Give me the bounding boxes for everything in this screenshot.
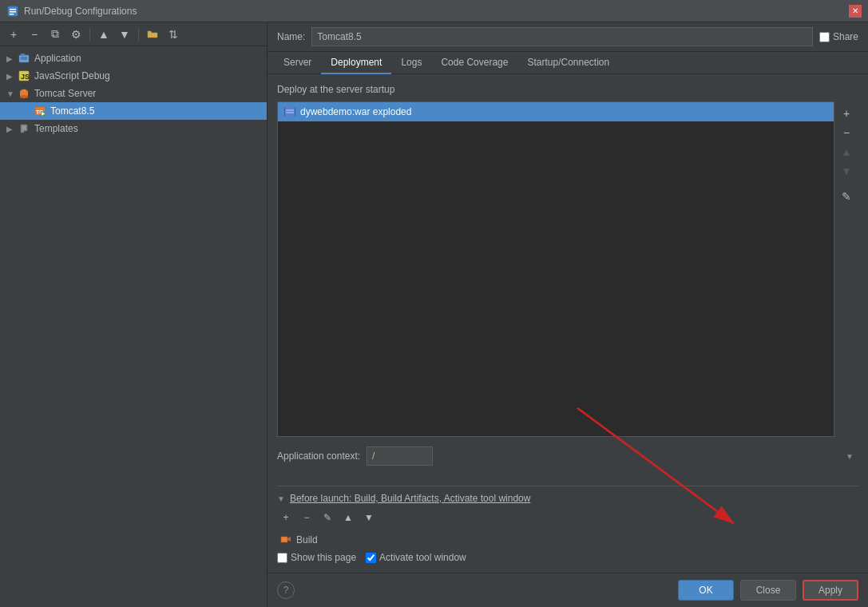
activate-tool-window-checkbox[interactable] (366, 553, 376, 563)
sort-button[interactable]: ⇅ (164, 26, 182, 43)
tree-item-templates[interactable]: ▶ Templates (0, 120, 267, 137)
deploy-up-button[interactable]: ▲ (838, 143, 855, 161)
toolbar-separator-2 (138, 28, 139, 41)
show-this-page-checkbox[interactable] (277, 553, 287, 563)
tab-logs[interactable]: Logs (391, 52, 431, 74)
add-config-button[interactable]: + (5, 26, 22, 43)
move-up-button[interactable]: ▲ (95, 26, 113, 43)
title-bar: Run/Debug Configurations ✕ (0, 0, 868, 22)
tab-startup-connection[interactable]: Startup/Connection (517, 52, 619, 74)
toolbar-separator (89, 28, 90, 41)
close-button[interactable]: ✕ (849, 5, 862, 18)
show-this-page-row: Show this page (277, 552, 356, 563)
tab-server[interactable]: Server (274, 52, 321, 74)
war-icon (284, 107, 295, 117)
bl-add-button[interactable]: + (277, 509, 295, 526)
settings-config-button[interactable]: ⚙ (67, 26, 85, 43)
apply-button[interactable]: Apply (803, 580, 858, 601)
expand-icon-application: ▶ (6, 54, 18, 63)
tab-code-coverage[interactable]: Code Coverage (431, 52, 517, 74)
templates-icon (18, 122, 30, 135)
before-launch-item-build: Build (277, 531, 858, 549)
svg-rect-3 (10, 14, 14, 15)
tree-item-js-label: JavaScript Debug (34, 70, 110, 81)
tree-item-application-label: Application (34, 53, 81, 64)
title-bar-icon (6, 5, 19, 18)
title-bar-title: Run/Debug Configurations (24, 6, 849, 17)
select-arrow-icon: ▼ (846, 452, 854, 461)
svg-rect-20 (286, 109, 294, 111)
svg-rect-21 (286, 112, 294, 113)
deploy-remove-button[interactable]: − (838, 124, 855, 141)
help-button[interactable]: ? (277, 581, 295, 599)
deploy-list-container: dywebdemo:war exploded + − ▲ (277, 101, 858, 437)
config-tabs: Server Deployment Logs Code Coverage Sta… (268, 52, 868, 74)
app-context-select-wrapper: / /app /dywebdemo ▼ (367, 446, 858, 466)
tree-item-templates-label: Templates (34, 123, 78, 134)
build-icon (280, 534, 291, 547)
before-launch-options: Show this page Activate tool window (277, 552, 858, 563)
ok-button[interactable]: OK (678, 580, 734, 601)
folder-button[interactable] (144, 26, 161, 43)
before-launch-arrow-icon: ▼ (277, 494, 285, 503)
expand-icon-js: ▶ (6, 72, 18, 81)
tree-item-js-debug[interactable]: ▶ JS JavaScript Debug (0, 67, 267, 85)
tree-item-tomcat85-label: Tomcat8.5 (50, 105, 94, 117)
tree-item-tomcat85[interactable]: ▶ TC ▶ Tomcat8.5 (0, 102, 267, 120)
main-layout: + − ⧉ ⚙ ▲ ▼ (0, 22, 868, 607)
svg-rect-1 (10, 9, 16, 10)
js-debug-icon: JS (18, 69, 30, 82)
deploy-item-dywebdemo[interactable]: dywebdemo:war exploded (278, 102, 834, 121)
app-context-select[interactable]: / /app /dywebdemo (367, 446, 433, 466)
expand-icon-templates: ▶ (6, 125, 18, 133)
svg-text:JS: JS (21, 73, 30, 81)
deploy-buttons: + − ▲ ▼ ✎ (834, 101, 858, 437)
before-launch-toolbar: + − ✎ ▲ ▼ (277, 509, 858, 526)
show-this-page-label: Show this page (291, 552, 356, 563)
svg-rect-2 (10, 11, 16, 13)
deploy-section: Deploy at the server startup (277, 84, 858, 486)
left-panel: + − ⧉ ⚙ ▲ ▼ (0, 22, 268, 607)
deploy-add-button[interactable]: + (838, 105, 855, 122)
app-context-label: Application context: (277, 450, 360, 462)
tomcat85-icon: TC ▶ (34, 105, 46, 117)
move-down-button[interactable]: ▼ (116, 26, 133, 43)
activate-tool-window-label: Activate tool window (379, 552, 466, 563)
name-label: Name: (277, 31, 305, 42)
deploy-down-button[interactable]: ▼ (838, 162, 855, 180)
config-tree: ▶ Application ▶ JS (0, 46, 267, 607)
bl-down-button[interactable]: ▼ (360, 509, 378, 526)
remove-config-button[interactable]: − (26, 26, 43, 43)
tree-item-tomcat-server[interactable]: ▼ Tomcat Server (0, 85, 267, 102)
close-dialog-button[interactable]: Close (740, 580, 796, 601)
build-label: Build (296, 534, 318, 546)
expand-icon-tomcat: ▼ (6, 89, 18, 98)
tree-item-tomcat-label: Tomcat Server (34, 88, 96, 99)
application-icon (18, 52, 30, 65)
deploy-section-label: Deploy at the server startup (277, 84, 858, 95)
share-checkbox[interactable] (819, 32, 830, 42)
deploy-edit-button[interactable]: ✎ (838, 188, 855, 205)
right-panel: Name: Share Server Deployment Logs Code … (268, 22, 868, 607)
svg-point-12 (20, 95, 28, 98)
tomcat-server-icon (18, 87, 30, 100)
name-input[interactable] (311, 27, 813, 46)
svg-text:▶: ▶ (42, 111, 46, 116)
deployment-content: Deploy at the server startup (268, 74, 868, 573)
name-bar: Name: Share (268, 22, 868, 52)
deploy-list: dywebdemo:war exploded (277, 101, 834, 437)
bottom-buttons: ? OK Close Apply (268, 573, 868, 607)
bl-edit-button[interactable]: ✎ (319, 509, 336, 526)
before-launch-header[interactable]: ▼ Before launch: Build, Build Artifacts,… (277, 493, 858, 504)
bl-remove-button[interactable]: − (298, 509, 315, 526)
tree-item-application[interactable]: ▶ Application (0, 50, 267, 67)
app-context-row: Application context: / /app /dywebdemo ▼ (277, 446, 858, 466)
bl-up-button[interactable]: ▲ (339, 509, 357, 526)
activate-tool-window-row: Activate tool window (366, 552, 466, 563)
share-label: Share (833, 31, 858, 42)
deploy-item-label: dywebdemo:war exploded (300, 106, 411, 117)
copy-config-button[interactable]: ⧉ (46, 26, 64, 43)
share-checkbox-row: Share (819, 31, 858, 42)
before-launch-section: ▼ Before launch: Build, Build Artifacts,… (277, 486, 858, 563)
tab-deployment[interactable]: Deployment (321, 52, 391, 74)
